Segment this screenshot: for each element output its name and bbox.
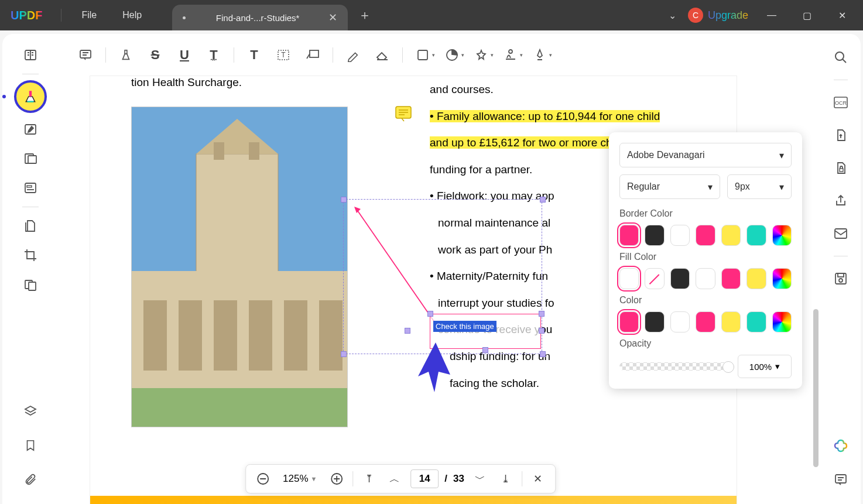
layers-button[interactable] bbox=[18, 399, 43, 424]
swatch-white2[interactable] bbox=[696, 268, 715, 289]
resize-handle[interactable] bbox=[539, 328, 544, 334]
swatch-teal[interactable] bbox=[746, 225, 766, 246]
resize-handle[interactable] bbox=[341, 351, 347, 357]
swatch-pink[interactable] bbox=[619, 311, 639, 332]
chevron-down-icon: ▾ bbox=[775, 361, 780, 372]
swatch-custom-color[interactable] bbox=[772, 225, 792, 246]
email-button[interactable] bbox=[828, 221, 854, 246]
squiggly-tool-button[interactable]: T〰 bbox=[201, 43, 227, 67]
swatch-black[interactable] bbox=[670, 268, 690, 289]
swatch-teal[interactable] bbox=[746, 311, 766, 332]
underline-tool-button[interactable]: U bbox=[172, 43, 197, 67]
convert-button[interactable] bbox=[828, 122, 854, 148]
pencil-tool-button[interactable] bbox=[340, 43, 366, 67]
sticky-note-icon[interactable] bbox=[395, 105, 412, 122]
menu-file[interactable]: File bbox=[69, 10, 109, 20]
textbox-tool-button[interactable]: T bbox=[270, 43, 296, 67]
pen-style-button[interactable] bbox=[527, 43, 553, 67]
menu-help[interactable]: Help bbox=[109, 10, 155, 20]
tabs-overflow-icon[interactable]: ⌄ bbox=[669, 10, 676, 21]
callout-tool-button[interactable] bbox=[300, 43, 326, 67]
note-tool-button[interactable] bbox=[73, 43, 98, 67]
swatch-yellow[interactable] bbox=[721, 311, 741, 332]
sticker-tool-button[interactable] bbox=[439, 43, 465, 67]
resize-handle[interactable] bbox=[539, 311, 544, 317]
ocr-button[interactable]: OCR bbox=[828, 90, 854, 115]
zoom-out-button[interactable] bbox=[253, 469, 273, 489]
first-page-button[interactable]: ⤒ bbox=[359, 469, 379, 489]
eraser-tool-button[interactable] bbox=[369, 43, 395, 67]
strikethrough-tool-button[interactable]: S bbox=[142, 43, 168, 67]
compare-button[interactable] bbox=[18, 272, 43, 297]
organize-mode-button[interactable] bbox=[18, 146, 43, 172]
stamp-tool-button[interactable] bbox=[468, 43, 494, 67]
swatch-pink[interactable] bbox=[619, 225, 639, 246]
protect-button[interactable] bbox=[828, 155, 854, 181]
swatch-black[interactable] bbox=[645, 311, 664, 332]
resize-handle[interactable] bbox=[427, 311, 433, 317]
font-weight-value: Regular bbox=[627, 181, 660, 192]
resize-handle[interactable] bbox=[540, 351, 546, 357]
search-button[interactable] bbox=[828, 44, 854, 70]
callout-text[interactable]: Check this image bbox=[433, 321, 496, 332]
upgrade-button[interactable]: C Upgrade bbox=[688, 8, 748, 23]
swatch-white[interactable] bbox=[619, 268, 639, 289]
svg-rect-31 bbox=[214, 142, 224, 160]
prev-page-button[interactable]: ︿ bbox=[385, 469, 405, 489]
edit-mode-button[interactable] bbox=[18, 116, 43, 142]
border-color-label: Border Color bbox=[619, 208, 792, 219]
resize-handle[interactable] bbox=[482, 347, 488, 353]
share-button[interactable] bbox=[828, 188, 854, 214]
new-tab-button[interactable]: ＋ bbox=[358, 6, 371, 24]
swatch-yellow[interactable] bbox=[721, 225, 741, 246]
font-family-value: Adobe Devanagari bbox=[627, 150, 705, 160]
next-page-button[interactable]: ﹀ bbox=[470, 469, 490, 489]
swatch-white[interactable] bbox=[670, 311, 690, 332]
font-size-select[interactable]: 9px▾ bbox=[727, 174, 792, 199]
opacity-value-select[interactable]: 100%▾ bbox=[738, 355, 792, 378]
attachment-button[interactable] bbox=[18, 467, 43, 492]
scrollbar-thumb[interactable] bbox=[813, 309, 819, 467]
save-button[interactable] bbox=[828, 266, 854, 292]
swatch-custom-color[interactable] bbox=[772, 311, 792, 332]
swatch-white[interactable] bbox=[670, 225, 690, 246]
svg-rect-35 bbox=[179, 300, 202, 371]
zoom-in-button[interactable] bbox=[327, 469, 347, 489]
swatch-black[interactable] bbox=[645, 225, 664, 246]
swatch-pink2[interactable] bbox=[696, 311, 715, 332]
bookmark-button[interactable] bbox=[18, 433, 43, 458]
swatch-yellow[interactable] bbox=[746, 268, 766, 289]
swatch-pink2[interactable] bbox=[696, 225, 715, 246]
page-number-input[interactable] bbox=[410, 469, 439, 488]
crop-button[interactable] bbox=[18, 242, 43, 268]
document-tab[interactable]: Find-and-...r-Studies* ✕ bbox=[172, 5, 348, 30]
swatch-none[interactable] bbox=[645, 268, 664, 289]
resize-handle[interactable] bbox=[405, 328, 410, 334]
shape-tool-button[interactable] bbox=[410, 43, 436, 67]
text-tool-button[interactable]: T bbox=[241, 43, 267, 67]
reader-mode-button[interactable] bbox=[18, 42, 43, 68]
form-mode-button[interactable] bbox=[18, 175, 43, 201]
swatch-pink[interactable] bbox=[721, 268, 741, 289]
tab-close-icon[interactable]: ✕ bbox=[328, 11, 337, 24]
comments-panel-button[interactable] bbox=[828, 467, 854, 492]
opacity-slider[interactable] bbox=[619, 362, 731, 371]
last-page-button[interactable]: ⤓ bbox=[496, 469, 516, 489]
fill-color-label: Fill Color bbox=[619, 252, 792, 262]
highlight-tool-button[interactable] bbox=[113, 43, 139, 67]
resize-handle[interactable] bbox=[540, 197, 546, 203]
comment-mode-button[interactable] bbox=[14, 80, 47, 113]
resize-handle[interactable] bbox=[341, 197, 347, 203]
font-weight-select[interactable]: Regular▾ bbox=[619, 174, 720, 199]
signature-tool-button[interactable] bbox=[498, 43, 523, 67]
window-maximize-button[interactable]: ▢ bbox=[795, 6, 819, 25]
swatch-custom-color[interactable] bbox=[772, 268, 792, 289]
font-size-value: 9px bbox=[735, 181, 750, 192]
window-close-button[interactable]: ✕ bbox=[830, 6, 854, 25]
close-nav-button[interactable]: ✕ bbox=[528, 469, 548, 489]
ai-button[interactable] bbox=[828, 433, 854, 458]
page-tools-button[interactable] bbox=[18, 213, 43, 239]
font-family-select[interactable]: Adobe Devanagari▾ bbox=[619, 143, 792, 167]
window-minimize-button[interactable]: — bbox=[760, 6, 783, 25]
zoom-level-select[interactable]: 125% ▼ bbox=[279, 473, 321, 485]
